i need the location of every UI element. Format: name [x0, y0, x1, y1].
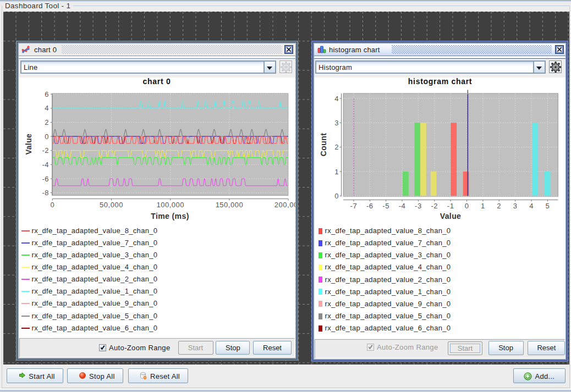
svg-text:4: 4 [529, 202, 534, 210]
svg-text:Count: Count [319, 133, 328, 156]
svg-text:4: 4 [45, 104, 49, 112]
svg-text:-4: -4 [42, 161, 49, 169]
svg-text:-2: -2 [431, 202, 438, 210]
svg-text:-1: -1 [447, 202, 454, 210]
svg-text:-5: -5 [382, 202, 389, 210]
svg-text:3: 3 [513, 202, 518, 210]
svg-text:0: 0 [45, 132, 49, 141]
svg-text:-4: -4 [399, 202, 406, 210]
svg-text:-2: -2 [42, 146, 49, 154]
svg-text:Value: Value [24, 134, 33, 155]
svg-text:50,000: 50,000 [100, 201, 123, 209]
svg-text:6: 6 [45, 90, 49, 98]
svg-text:100,000: 100,000 [156, 201, 184, 209]
svg-text:2: 2 [334, 143, 339, 151]
svg-text:-7: -7 [350, 202, 358, 210]
svg-text:Value: Value [440, 212, 462, 220]
svg-text:4: 4 [334, 95, 339, 103]
svg-text:3: 3 [334, 119, 339, 127]
svg-text:2: 2 [45, 118, 49, 126]
svg-text:-8: -8 [42, 189, 49, 197]
svg-text:200,000: 200,000 [274, 201, 295, 209]
svg-text:0: 0 [50, 201, 54, 209]
svg-text:150,000: 150,000 [216, 201, 244, 209]
svg-text:5: 5 [546, 202, 550, 210]
svg-text:2: 2 [497, 202, 501, 210]
svg-text:-6: -6 [42, 175, 49, 183]
svg-text:Time (ms): Time (ms) [151, 212, 189, 220]
svg-text:-3: -3 [415, 202, 422, 210]
svg-text:histogram chart: histogram chart [408, 77, 472, 86]
svg-text:chart 0: chart 0 [143, 77, 171, 86]
svg-text:-6: -6 [366, 202, 374, 210]
svg-text:0: 0 [334, 192, 339, 200]
svg-text:1: 1 [481, 202, 485, 210]
svg-text:0: 0 [465, 202, 469, 210]
svg-text:1: 1 [334, 168, 339, 176]
